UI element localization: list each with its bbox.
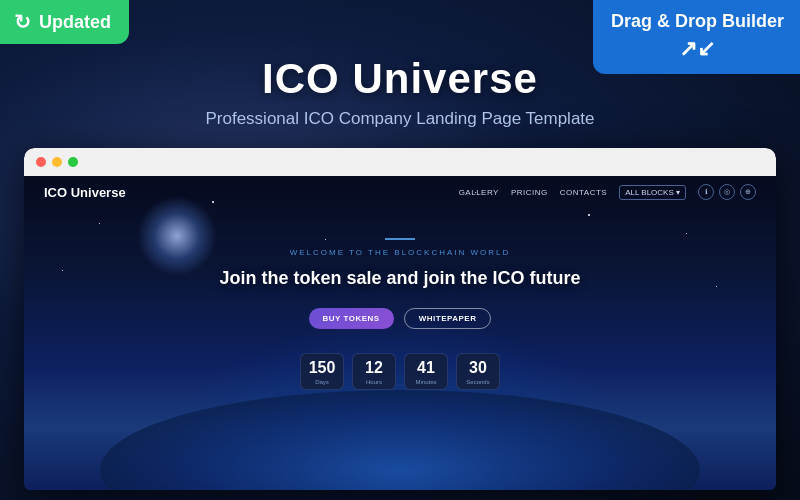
inner-nav: ICO Universe GALLERY PRICING CONTACTS AL… [24,176,776,208]
welcome-line [385,238,415,240]
plus-icon[interactable]: ⊕ [740,184,756,200]
buy-tokens-button[interactable]: BUY TOKENS [309,308,394,329]
days-label: Days [305,379,339,385]
browser-content: ICO Universe GALLERY PRICING CONTACTS AL… [24,176,776,490]
browser-chrome [24,148,776,176]
browser-window: ICO Universe GALLERY PRICING CONTACTS AL… [24,148,776,490]
dnd-badge: Drag & Drop Builder ↗↙ [593,0,800,74]
nav-all-blocks[interactable]: ALL BLOCKS ▾ [619,185,686,200]
info-icon[interactable]: ℹ [698,184,714,200]
dot-yellow [52,157,62,167]
nav-contacts[interactable]: CONTACTS [560,188,607,197]
updated-label: Updated [39,12,111,33]
countdown-days: 150 Days [300,353,344,390]
hero-content: WELCOME TO THE BLOCKCHAIN WORLD Join the… [24,208,776,390]
nav-icons: ℹ ◎ ⊕ [698,184,756,200]
dot-green [68,157,78,167]
dot-red [36,157,46,167]
countdown-seconds: 30 Seconds [456,353,500,390]
hours-label: Hours [357,379,391,385]
days-number: 150 [305,360,339,376]
refresh-icon: ↻ [14,10,31,34]
dnd-line2: Builder [722,11,784,31]
inner-nav-links: GALLERY PRICING CONTACTS ALL BLOCKS ▾ ℹ … [459,184,756,200]
countdown: 150 Days 12 Hours 41 Minutes 30 Seconds [24,353,776,390]
hero-buttons: BUY TOKENS WHITEPAPER [24,308,776,329]
countdown-minutes: 41 Minutes [404,353,448,390]
hero-title: Join the token sale and join the ICO fut… [24,267,776,290]
nav-pricing[interactable]: PRICING [511,188,548,197]
dnd-line1: Drag & Drop [611,11,717,31]
nav-gallery[interactable]: GALLERY [459,188,499,197]
countdown-hours: 12 Hours [352,353,396,390]
hours-number: 12 [357,360,391,376]
seconds-number: 30 [461,360,495,376]
inner-logo: ICO Universe [44,185,126,200]
arrows-icon: ↗↙ [611,35,784,64]
seconds-label: Seconds [461,379,495,385]
welcome-text: WELCOME TO THE BLOCKCHAIN WORLD [24,248,776,257]
minutes-label: Minutes [409,379,443,385]
updated-badge: ↻ Updated [0,0,129,44]
circle-icon[interactable]: ◎ [719,184,735,200]
whitepaper-button[interactable]: WHITEPAPER [404,308,492,329]
sub-title: Professional ICO Company Landing Page Te… [0,109,800,129]
minutes-number: 41 [409,360,443,376]
